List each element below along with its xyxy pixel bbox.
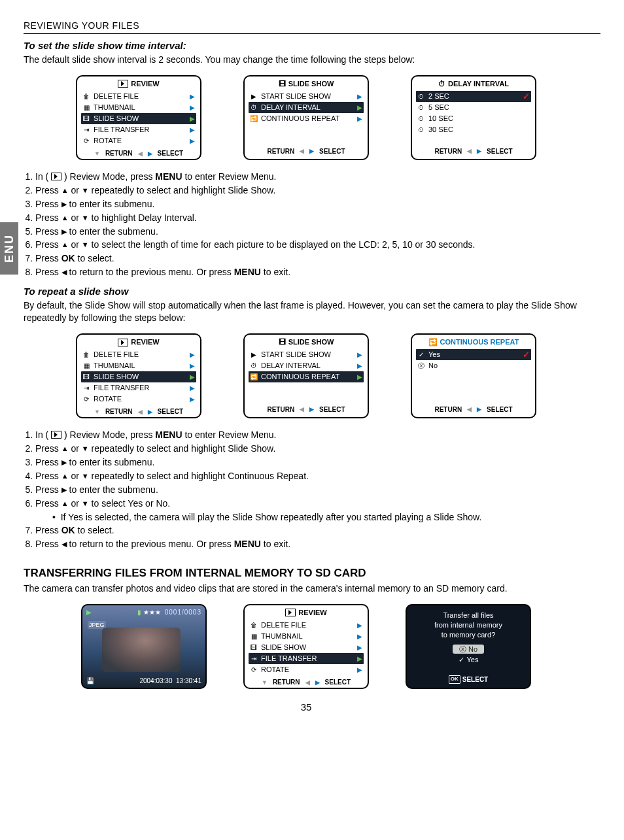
left-arrow-icon: ◀ [61,267,67,277]
page-number: 35 [12,701,600,714]
clock-icon: ⏱ [438,79,445,89]
menu-item: THUMBNAIL [94,103,186,112]
menu-item: CONTINUOUS REPEAT [261,114,354,124]
page-header: REVIEWING YOUR FILES [24,20,600,34]
menu-item-selected: SLIDE SHOW [94,114,186,124]
transfer-line3: to memory card? [434,630,502,640]
screen-delay: ⏱DELAY INTERVAL ⏲2 SEC✓ ⏲5 SEC ⏲10 SEC ⏲… [411,75,536,160]
screen-title: SLIDE SHOW [288,337,334,347]
screens-row-2: REVIEW 🗑DELETE FILE▶ ▦THUMBNAIL▶ 🎞SLIDE … [12,333,600,418]
menu-item: START SLIDE SHOW [261,92,354,101]
menu-item-selected: SLIDE SHOW [94,372,186,382]
play-icon [51,173,61,180]
play-small-icon: ▶ [250,92,258,101]
sd-icon: 💾 [86,677,94,686]
screen-photo: ▶ ▮ ★★★ 0001/0003 JPEG 💾 2004:03:30 13:3… [81,604,207,689]
yes-option: Yes [467,655,479,665]
clock5-icon: ⏲ [417,103,425,112]
down-arrow-icon: ▼ [82,240,89,250]
return-label: RETURN [105,149,133,158]
down-arrow-icon: ▼ [82,186,89,195]
menu-item-selected: DELAY INTERVAL [261,103,354,112]
section2-para: By default, the Slide Show will stop aut… [24,299,594,324]
screens-row-1: REVIEW 🗑DELETE FILE▶ ▦THUMBNAIL▶ 🎞SLIDE … [12,75,600,160]
menu-item: DELAY INTERVAL [261,361,354,371]
menu-item-selected: Yes [428,350,519,360]
select-label: SELECT [462,675,488,684]
section1-para: The default slide show interval is 2 sec… [24,54,594,66]
film-icon: 🎞 [279,79,286,89]
screen-title: REVIEW [298,608,326,618]
rotate-icon: ⟳ [82,137,90,146]
grid-icon: ▦ [82,103,90,112]
menu-item: THUMBNAIL [261,631,354,641]
x-icon: ⓧ [417,361,425,371]
section1-title: To set the slide show time interval: [24,39,600,52]
menu-item-selected: 2 SEC [428,92,519,101]
right-arrow-icon: ▶ [61,227,67,237]
trash-icon: 🗑 [82,92,90,101]
count-label: 0001/0003 [165,609,201,616]
transfer-line2: from internal memory [434,620,502,630]
return-label: RETURN [267,147,294,156]
no-option: No [468,645,477,653]
play-icon [51,431,61,439]
ok-badge: OK [449,675,460,684]
menu-item-selected: CONTINUOUS REPEAT [261,372,354,382]
x-icon: ⓧ [459,645,466,653]
steps-list-2: In ( ) Review Mode, press MENU to enter … [25,429,594,550]
check-icon: ✓ [459,655,464,665]
time-label: 13:30:41 [176,677,201,684]
steps-list-1: In ( ) Review Mode, press MENU to enter … [25,171,594,278]
transfer-icon: ⇥ [82,126,90,135]
screen-title: REVIEW [131,337,159,347]
up-arrow-icon: ▲ [61,186,69,195]
up-arrow-icon: ▲ [61,213,69,223]
clock30-icon: ⏲ [417,126,425,135]
screen-review-3: REVIEW 🗑DELETE FILE▶ ▦THUMBNAIL▶ 🎞SLIDE … [243,604,369,689]
screen-title: REVIEW [131,79,159,89]
menu-item: THUMBNAIL [94,361,186,371]
section3-title: TRANSFERRING FILES FROM INTERNAL MEMORY … [24,566,600,581]
play-overlay-icon: ▶ [86,608,92,617]
screen-continuous: 🔁CONTINUOUS REPEAT ✓Yes✓ ⓧNo RETURN◀▶SEL… [411,333,536,418]
check-icon: ✓ [417,350,425,360]
screen-transfer: Transfer all files from internal memory … [406,604,531,689]
screens-row-3: ▶ ▮ ★★★ 0001/0003 JPEG 💾 2004:03:30 13:3… [12,604,600,689]
menu-item: DELETE FILE [261,620,354,630]
screen-slideshow-2: 🎞SLIDE SHOW ▶START SLIDE SHOW▶ ⏱DELAY IN… [243,333,369,418]
right-arrow-icon: ▶ [61,199,67,209]
select-label: SELECT [487,147,512,156]
menu-item: DELETE FILE [94,350,186,360]
repeat-icon: 🔁 [428,337,438,347]
play-icon [285,609,296,616]
menu-item: ROTATE [94,394,186,404]
clock10-icon: ⏲ [417,114,425,124]
menu-item: FILE TRANSFER [94,383,186,393]
section3-para: The camera can transfer photos and video… [24,582,594,595]
select-label: SELECT [319,147,345,156]
screen-title: SLIDE SHOW [288,79,334,89]
menu-item-selected: FILE TRANSFER [261,654,354,664]
menu-item: DELETE FILE [94,92,186,101]
screen-title: CONTINUOUS REPEAT [440,337,519,347]
play-icon [118,80,128,88]
menu-item: 5 SEC [428,103,530,112]
section2-title: To repeat a slide show [24,285,600,298]
return-label: RETURN [434,147,462,156]
bullet-text: If Yes is selected, the camera will play… [61,512,482,522]
down-arrow-icon: ▼ [82,213,89,223]
menu-item: 30 SEC [428,125,530,135]
menu-item: ROTATE [261,665,354,675]
up-arrow-icon: ▲ [61,240,69,250]
menu-item: 10 SEC [428,114,530,124]
screen-slideshow: 🎞SLIDE SHOW ▶START SLIDE SHOW▶ ⏱DELAY IN… [243,75,369,160]
rating-stars: ★★★ [143,609,161,616]
film-icon: 🎞 [82,114,90,124]
menu-item: ROTATE [94,136,186,146]
screen-review-2: REVIEW 🗑DELETE FILE▶ ▦THUMBNAIL▶ 🎞SLIDE … [76,333,201,418]
clock-icon: ⏱ [250,103,258,112]
repeat-icon: 🔁 [250,114,258,124]
side-tab: ENU [0,222,18,275]
transfer-line1: Transfer all files [434,611,502,620]
